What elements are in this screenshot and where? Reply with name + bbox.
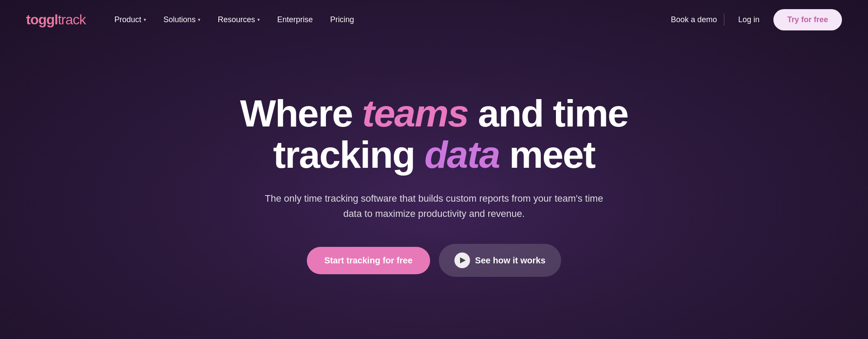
hero-title-part1: Where: [240, 92, 362, 135]
chevron-down-icon: ▾: [198, 17, 201, 23]
chevron-down-icon: ▾: [257, 17, 260, 23]
hero-title: Where teams and time tracking data meet: [240, 93, 628, 175]
nav-resources[interactable]: Resources ▾: [211, 12, 267, 28]
chevron-down-icon: ▾: [144, 17, 146, 23]
nav-links: Product ▾ Solutions ▾ Resources ▾ Enterp…: [108, 12, 671, 28]
hero-title-part2: and time: [468, 92, 628, 135]
book-demo-link[interactable]: Book a demo: [671, 15, 717, 24]
hero-title-part3: tracking: [273, 133, 424, 176]
hero-buttons: Start tracking for free See how it works: [307, 244, 561, 277]
nav-solutions-label: Solutions: [164, 15, 196, 24]
nav-enterprise[interactable]: Enterprise: [270, 12, 320, 28]
nav-product-label: Product: [115, 15, 141, 24]
hero-title-data: data: [424, 133, 500, 176]
navbar: toggl track Product ▾ Solutions ▾ Resour…: [0, 0, 868, 39]
nav-pricing-label: Pricing: [330, 15, 354, 24]
nav-pricing[interactable]: Pricing: [323, 12, 361, 28]
start-tracking-button[interactable]: Start tracking for free: [307, 247, 430, 274]
hero-subtitle: The only time tracking software that bui…: [265, 191, 603, 221]
hero-section: Where teams and time tracking data meet …: [0, 39, 868, 339]
logo[interactable]: toggl track: [26, 12, 86, 28]
login-button[interactable]: Log in: [731, 12, 766, 28]
nav-resources-label: Resources: [218, 15, 255, 24]
nav-product[interactable]: Product ▾: [108, 12, 153, 28]
nav-solutions[interactable]: Solutions ▾: [157, 12, 207, 28]
cta-secondary-label: See how it works: [475, 256, 546, 266]
play-icon: [454, 253, 470, 268]
nav-enterprise-label: Enterprise: [277, 15, 313, 24]
hero-title-part4: meet: [500, 133, 595, 176]
see-how-it-works-button[interactable]: See how it works: [439, 244, 561, 277]
logo-track: track: [58, 12, 85, 28]
hero-title-teams: teams: [362, 92, 468, 135]
logo-toggl: toggl: [26, 12, 58, 28]
try-free-button[interactable]: Try for free: [773, 9, 842, 30]
nav-divider: [724, 13, 724, 26]
nav-right: Book a demo Log in Try for free: [671, 9, 842, 30]
